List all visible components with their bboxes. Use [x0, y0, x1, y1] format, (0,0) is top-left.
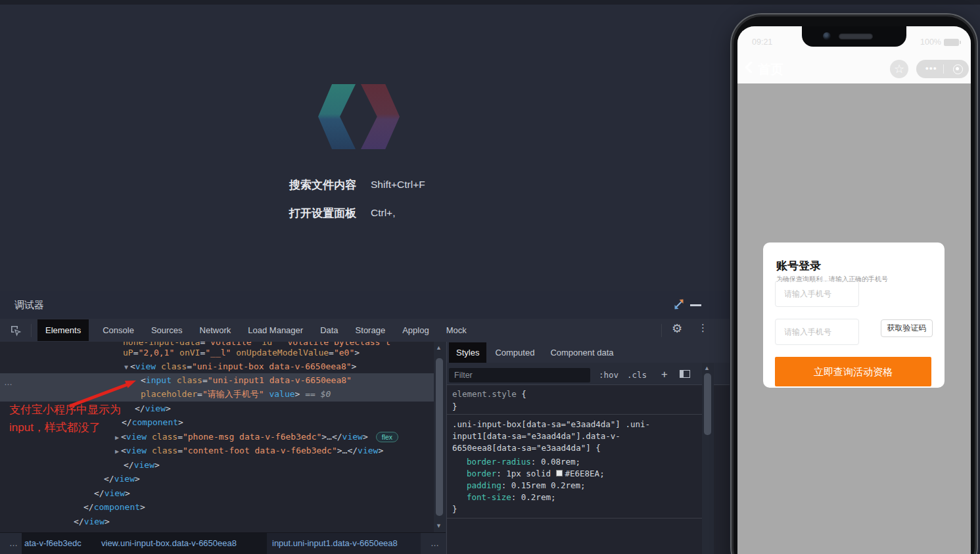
- phone-notch: [802, 26, 906, 47]
- status-time: 09:21: [752, 37, 772, 47]
- code-input[interactable]: 请输入手机号: [775, 319, 859, 345]
- dock-panel-icon[interactable]: [680, 370, 690, 378]
- login-card: 账号登录 为确保查询顺利，请输入正确的手机号 请输入手机号 请输入手机号 获取验…: [763, 242, 945, 388]
- tab-load-manager[interactable]: Load Manager: [248, 325, 303, 335]
- expand-icon[interactable]: [673, 298, 685, 310]
- capsule-divider: [943, 64, 944, 74]
- tab-network[interactable]: Network: [200, 325, 231, 335]
- breadcrumb-item[interactable]: ata-v-f6eb3edc: [24, 532, 82, 554]
- element-style-close: }: [452, 401, 457, 413]
- phone-screen: 09:21 100% 首页 ☆ ••• 账号登录 为确保查询顺利，请输入正确的手…: [737, 26, 971, 554]
- miniapp-capsule: •••: [916, 60, 969, 78]
- settings-gear-icon[interactable]: ⚙: [672, 321, 682, 336]
- minimize-icon[interactable]: [690, 304, 701, 306]
- code-line[interactable]: ▶<view class="content-foot data-v-f6eb3e…: [115, 444, 383, 458]
- battery-icon: [944, 39, 959, 46]
- screenshot-root: 搜索文件内容 Shift+Ctrl+F 打开设置面板 Ctrl+, 调试器 El…: [0, 0, 980, 554]
- styles-filter-input[interactable]: Filter: [449, 368, 590, 382]
- breadcrumb-overflow-right[interactable]: …: [431, 532, 440, 554]
- styles-tabbar: Styles Computed Component data: [447, 342, 730, 363]
- close-target-icon[interactable]: [953, 64, 963, 74]
- speaker-icon: [839, 34, 873, 39]
- breadcrumb-overflow-left[interactable]: …: [9, 532, 18, 554]
- red-arrow: [0, 0, 171, 434]
- scroll-up-icon[interactable]: ▲: [704, 365, 710, 371]
- scroll-down-icon[interactable]: ▼: [436, 522, 442, 529]
- css-selector-line[interactable]: input1[data-sa="e3aad4da"].data-v-: [452, 430, 620, 442]
- breadcrumb-item[interactable]: view.uni-input-box.data-v-6650eea8: [101, 532, 237, 554]
- tab-computed[interactable]: Computed: [495, 348, 534, 358]
- code-line[interactable]: </view>: [74, 515, 110, 529]
- pseudo-hov-toggle[interactable]: :hov: [599, 370, 618, 380]
- tab-component-data[interactable]: Component data: [550, 348, 613, 358]
- get-code-button[interactable]: 获取验证码: [881, 319, 933, 337]
- shortcut-search-label: 搜索文件内容: [289, 177, 356, 193]
- more-options-icon[interactable]: ⋮: [698, 322, 708, 334]
- css-property[interactable]: border-radius: 0.08rem;: [467, 456, 580, 468]
- css-property[interactable]: padding: 0.15rem 0.2rem;: [467, 480, 586, 492]
- tab-styles[interactable]: Styles: [449, 342, 486, 363]
- code-line[interactable]: </component>: [83, 500, 145, 515]
- tab-mock[interactable]: Mock: [446, 325, 467, 335]
- styles-divider: [447, 414, 702, 415]
- breadcrumb-item-selected[interactable]: input.uni-input1.data-v-6650eea8: [272, 532, 398, 554]
- scroll-up-icon[interactable]: ▲: [436, 344, 442, 351]
- element-style-open[interactable]: element.style {: [452, 388, 526, 400]
- tab-applog[interactable]: Applog: [402, 325, 429, 335]
- submit-button[interactable]: 立即查询活动资格: [775, 357, 931, 386]
- camera-icon: [823, 32, 831, 40]
- css-selector-line[interactable]: 6650eea8[data-sa="e3aad4da"] {: [452, 442, 601, 454]
- elements-scrollbar-thumb[interactable]: [436, 358, 443, 516]
- shortcut-search-keys: Shift+Ctrl+F: [371, 179, 425, 191]
- css-property[interactable]: border: 1px solid #E6E8EA;: [467, 468, 605, 480]
- phone-number-input[interactable]: 请输入手机号: [775, 281, 859, 307]
- more-menu-icon[interactable]: •••: [922, 60, 941, 77]
- code-line-selected[interactable]: <input class="uni-input1 data-v-6650eea8…: [141, 373, 352, 388]
- code-line[interactable]: </view>: [94, 486, 130, 501]
- shortcut-settings-keys: Ctrl+,: [371, 207, 395, 219]
- shortcut-settings-label: 打开设置面板: [289, 206, 356, 221]
- code-line[interactable]: </view>: [124, 458, 160, 473]
- battery-percent: 100%: [920, 37, 941, 47]
- tab-storage[interactable]: Storage: [356, 325, 386, 335]
- tab-data[interactable]: Data: [320, 325, 338, 335]
- css-property[interactable]: font-size: 0.2rem;: [467, 492, 555, 503]
- css-selector-line[interactable]: .uni-input-box[data-sa="e3aad4da"] .uni-: [452, 419, 650, 430]
- styles-divider: [447, 518, 702, 519]
- hbuilderx-logo-right-bracket: [361, 84, 400, 149]
- code-line[interactable]: </view>: [104, 472, 140, 486]
- cls-toggle[interactable]: .cls: [627, 370, 647, 380]
- tabbar-right-divider: [661, 324, 662, 337]
- flex-badge[interactable]: flex: [376, 432, 398, 442]
- nav-title[interactable]: 首页: [758, 60, 783, 78]
- styles-scrollbar-thumb[interactable]: [704, 373, 711, 435]
- login-title: 账号登录: [776, 258, 821, 273]
- new-style-rule-icon[interactable]: +: [661, 368, 668, 381]
- favorite-star-button[interactable]: ☆: [890, 60, 908, 78]
- hbuilderx-logo-left-bracket: [318, 84, 356, 149]
- css-rule-close: }: [452, 503, 457, 515]
